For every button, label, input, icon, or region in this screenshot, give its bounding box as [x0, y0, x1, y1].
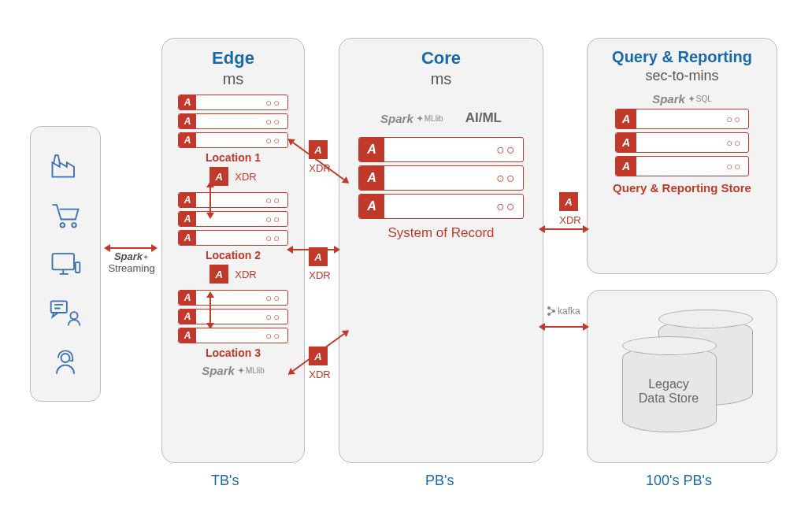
spark-mllib-core: Spark✦ MLlib	[380, 110, 443, 126]
location-1-label: Location 1	[172, 151, 295, 164]
xdr-badge-icon: A	[209, 265, 228, 284]
svg-line-10	[549, 308, 554, 311]
chat-user-icon	[48, 295, 83, 330]
legacy-panel: LegacyData Store	[587, 290, 777, 463]
edge-stack-3: A○○ A○○ A○○	[178, 290, 288, 343]
edge-stack-1: A○○ A○○ A○○	[178, 95, 288, 148]
svg-rect-3	[76, 262, 80, 272]
legacy-label: LegacyData Store	[625, 377, 712, 406]
query-scale: 100's PB's	[646, 473, 712, 489]
edge-scale: TB's	[211, 473, 239, 489]
factory-icon	[48, 148, 83, 183]
qr-store-label: Query & Reporting Store	[597, 181, 767, 195]
location-3-label: Location 3	[172, 347, 295, 359]
xdr-label: XDR	[235, 171, 256, 183]
core-stack: A○○ A○○ A○○	[358, 137, 524, 219]
system-of-record-label: System of Record	[349, 225, 533, 241]
edge-title: Edge	[172, 48, 295, 69]
svg-point-1	[72, 223, 76, 228]
arrow-xdr-1-2	[209, 187, 211, 213]
edge-stack-2: A○○ A○○ A○○	[178, 192, 288, 246]
xdr-side-core-qr: AXDR	[559, 192, 581, 226]
qr-stack: A○○ A○○ A○○	[615, 109, 749, 176]
kafka-label: kafka	[547, 306, 580, 317]
svg-line-11	[549, 311, 554, 314]
qr-title: Query & Reporting	[597, 48, 767, 66]
sources-panel	[30, 126, 101, 402]
arrow-edge1-core	[293, 142, 356, 143]
aiml-label: AI/ML	[465, 110, 502, 126]
core-subtitle: ms	[349, 70, 533, 88]
headset-user-icon	[48, 345, 83, 380]
monitor-icon	[48, 247, 83, 281]
cart-icon	[48, 198, 83, 232]
core-title: Core	[349, 48, 533, 69]
kafka-icon	[547, 306, 556, 317]
core-scale: PB's	[425, 473, 454, 489]
core-panel: Core ms Spark✦ MLlib AI/ML A○○ A○○ A○○ S…	[339, 38, 543, 463]
xdr-side-2: AXDR	[309, 247, 331, 281]
svg-point-5	[70, 312, 77, 319]
xdr-inline-1: A XDR	[172, 167, 295, 186]
arrow-sources-edge	[110, 247, 151, 249]
spark-sql-label: Spark✦ SQL	[597, 92, 767, 106]
xdr-inline-2: A XDR	[172, 265, 295, 284]
svg-point-6	[61, 354, 70, 362]
arrow-xdr-2-3	[209, 298, 211, 323]
query-reporting-panel: Query & Reporting sec-to-mins Spark✦ SQL…	[587, 38, 777, 274]
spark-streaming-label: Spark✦ Streaming	[104, 250, 159, 274]
svg-rect-2	[53, 254, 75, 269]
arrow-edge3-core	[293, 370, 356, 372]
edge-panel: Edge ms A○○ A○○ A○○ Location 1 A XDR A○○…	[161, 38, 305, 463]
location-2-label: Location 2	[172, 249, 295, 261]
xdr-label: XDR	[235, 269, 256, 280]
qr-subtitle: sec-to-mins	[597, 68, 767, 84]
arrow-core-legacy	[545, 326, 583, 328]
edge-subtitle: ms	[172, 70, 295, 88]
arrow-edge2-core	[293, 249, 334, 250]
svg-point-0	[61, 223, 65, 228]
svg-rect-4	[51, 302, 67, 313]
arrow-core-query	[545, 228, 583, 230]
spark-mllib-edge: Spark✦ MLlib	[172, 364, 295, 377]
